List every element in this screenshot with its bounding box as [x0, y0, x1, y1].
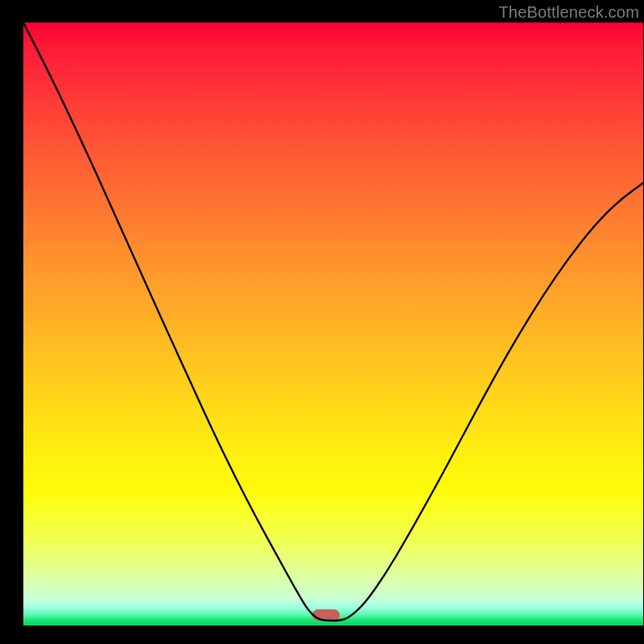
bottleneck-curve: [23, 23, 643, 625]
chart-stage: TheBottleneck.com: [0, 0, 644, 644]
plot-area: [23, 23, 643, 625]
curve-path: [23, 23, 643, 621]
watermark-text: TheBottleneck.com: [498, 3, 639, 22]
